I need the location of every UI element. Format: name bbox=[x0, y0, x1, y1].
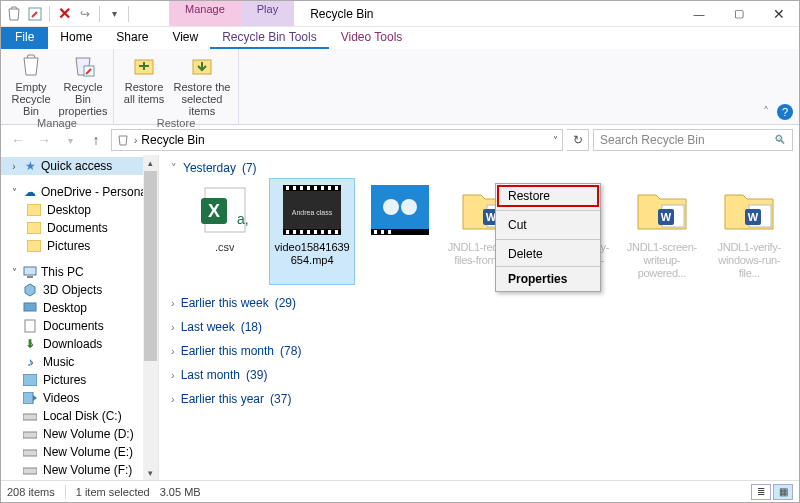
desktop-icon bbox=[23, 301, 37, 315]
group-last-week[interactable]: ›Last week (18) bbox=[159, 314, 799, 338]
tab-recycle-bin-tools[interactable]: Recycle Bin Tools bbox=[210, 27, 329, 49]
label: Recycle Bin properties bbox=[59, 81, 108, 117]
collapse-ribbon-icon[interactable]: ˄ bbox=[763, 105, 769, 119]
back-button[interactable]: ← bbox=[7, 129, 29, 151]
nav-scrollbar[interactable]: ▴ ▾ bbox=[143, 155, 158, 480]
group-earlier-this-week[interactable]: ›Earlier this week (29) bbox=[159, 290, 799, 314]
tab-view[interactable]: View bbox=[160, 27, 210, 49]
nav-local-disk-c[interactable]: ›Local Disk (C:) bbox=[1, 407, 158, 425]
nav-volume-e[interactable]: ›New Volume (E:) bbox=[1, 443, 158, 461]
recycle-bin-properties-button[interactable]: Recycle Bin properties bbox=[59, 51, 107, 117]
svg-rect-34 bbox=[300, 230, 303, 234]
content-pane[interactable]: ˅ Yesterday (7) Xa, .csv Andrea class vi… bbox=[159, 155, 799, 480]
drive-icon bbox=[23, 409, 37, 423]
empty-recycle-bin-button[interactable]: Empty Recycle Bin bbox=[7, 51, 55, 117]
nav-pictures[interactable]: Pictures bbox=[1, 237, 158, 255]
svg-point-43 bbox=[401, 199, 417, 215]
close-button[interactable]: ✕ bbox=[759, 1, 799, 26]
svg-rect-37 bbox=[321, 230, 324, 234]
recycle-bin-icon bbox=[5, 5, 23, 23]
svg-rect-35 bbox=[307, 230, 310, 234]
minimize-button[interactable]: — bbox=[679, 1, 719, 26]
item-video2[interactable] bbox=[358, 179, 441, 284]
restore-selected-button[interactable]: Restore the selected items bbox=[172, 51, 232, 117]
videos-icon bbox=[23, 391, 37, 405]
separator bbox=[99, 6, 100, 22]
nav-volume-f[interactable]: ›New Volume (F:) bbox=[1, 461, 158, 479]
chevron-right-icon: › bbox=[171, 393, 175, 405]
nav-videos[interactable]: ›Videos bbox=[1, 389, 158, 407]
item-csv[interactable]: Xa, .csv bbox=[183, 179, 266, 284]
nav-pictures2[interactable]: ›Pictures bbox=[1, 371, 158, 389]
ctx-properties[interactable]: Properties bbox=[496, 266, 600, 291]
scroll-up-icon[interactable]: ▴ bbox=[143, 155, 158, 170]
star-icon: ★ bbox=[23, 159, 37, 173]
svg-rect-46 bbox=[381, 230, 384, 234]
maximize-button[interactable]: ▢ bbox=[719, 1, 759, 26]
nav-onedrive[interactable]: ˅ ☁ OneDrive - Personal bbox=[1, 183, 158, 201]
scroll-thumb[interactable] bbox=[144, 171, 157, 361]
nav-sd-card[interactable]: ›SD Card (G:) bbox=[1, 479, 158, 480]
group-earlier-this-year[interactable]: ›Earlier this year (37) bbox=[159, 386, 799, 410]
help-icon[interactable]: ? bbox=[777, 104, 793, 120]
restore-selected-icon bbox=[188, 51, 216, 79]
tab-video-tools[interactable]: Video Tools bbox=[329, 27, 415, 49]
recent-dropdown[interactable]: ▾ bbox=[59, 129, 81, 151]
tab-file[interactable]: File bbox=[1, 27, 48, 49]
ctx-restore[interactable]: Restore bbox=[496, 184, 600, 208]
item-folder-word4[interactable]: W JNDL1-verify-windows-run-file... bbox=[708, 179, 791, 284]
tab-home[interactable]: Home bbox=[48, 27, 104, 49]
nav-quick-access[interactable]: › ★ Quick access bbox=[1, 157, 158, 175]
svg-rect-47 bbox=[388, 230, 391, 234]
chevron-right-icon: › bbox=[171, 321, 175, 333]
ctx-cut[interactable]: Cut bbox=[496, 213, 600, 237]
label: Music bbox=[43, 355, 74, 369]
breadcrumb-location[interactable]: Recycle Bin bbox=[141, 133, 204, 147]
up-button[interactable]: ↑ bbox=[85, 129, 107, 151]
search-input[interactable]: Search Recycle Bin 🔍︎ bbox=[593, 129, 793, 151]
label: OneDrive - Personal bbox=[41, 185, 150, 199]
breadcrumb[interactable]: › Recycle Bin ˅ bbox=[111, 129, 563, 151]
ctx-tab-manage[interactable]: Manage bbox=[169, 1, 241, 26]
label: Restore all items bbox=[120, 81, 168, 105]
refresh-button[interactable]: ↻ bbox=[567, 129, 589, 151]
ctx-delete[interactable]: Delete bbox=[496, 242, 600, 266]
details-view-button[interactable]: ≣ bbox=[751, 484, 771, 500]
item-folder-word3[interactable]: W JNDL1-screen-writeup-powered... bbox=[620, 179, 703, 284]
nav-documents[interactable]: Documents bbox=[1, 219, 158, 237]
delete-icon[interactable]: ✕ bbox=[55, 5, 73, 23]
restore-all-button[interactable]: Restore all items bbox=[120, 51, 168, 117]
nav-desktop[interactable]: Desktop bbox=[1, 201, 158, 219]
label: 3D Objects bbox=[43, 283, 102, 297]
nav-desktop2[interactable]: ›Desktop bbox=[1, 299, 158, 317]
chevron-right-icon[interactable]: › bbox=[134, 135, 137, 146]
scroll-down-icon[interactable]: ▾ bbox=[143, 465, 158, 480]
nav-this-pc[interactable]: ˅ This PC bbox=[1, 263, 158, 281]
navigation-pane[interactable]: › ★ Quick access ˅ ☁ OneDrive - Personal… bbox=[1, 155, 159, 480]
group-last-month[interactable]: ›Last month (39) bbox=[159, 362, 799, 386]
contextual-tab-headers: Manage Play bbox=[169, 1, 294, 26]
item-video-selected[interactable]: Andrea class video15841639654.mp4 bbox=[270, 179, 353, 284]
properties-icon[interactable] bbox=[26, 5, 44, 23]
svg-rect-15 bbox=[23, 450, 37, 456]
nav-volume-d[interactable]: ›New Volume (D:) bbox=[1, 425, 158, 443]
svg-rect-36 bbox=[314, 230, 317, 234]
tab-share[interactable]: Share bbox=[104, 27, 160, 49]
group-earlier-this-month[interactable]: ›Earlier this month (78) bbox=[159, 338, 799, 362]
undo-icon[interactable]: ↪ bbox=[76, 5, 94, 23]
chevron-down-icon: ˅ bbox=[171, 162, 177, 175]
ctx-tab-play[interactable]: Play bbox=[241, 1, 294, 26]
chevron-right-icon: › bbox=[171, 345, 175, 357]
menu-dropdown-icon[interactable]: ▾ bbox=[105, 5, 123, 23]
group-label: Restore bbox=[120, 117, 232, 131]
nav-music[interactable]: ›♪Music bbox=[1, 353, 158, 371]
forward-button[interactable]: → bbox=[33, 129, 55, 151]
icons-view-button[interactable]: ▦ bbox=[773, 484, 793, 500]
context-menu: Restore Cut Delete Properties bbox=[495, 183, 601, 292]
nav-3d-objects[interactable]: ›3D Objects bbox=[1, 281, 158, 299]
documents-icon bbox=[23, 319, 37, 333]
chevron-down-icon[interactable]: ˅ bbox=[553, 135, 558, 146]
nav-downloads[interactable]: ›⬇Downloads bbox=[1, 335, 158, 353]
group-yesterday[interactable]: ˅ Yesterday (7) bbox=[159, 155, 799, 179]
nav-documents2[interactable]: ›Documents bbox=[1, 317, 158, 335]
